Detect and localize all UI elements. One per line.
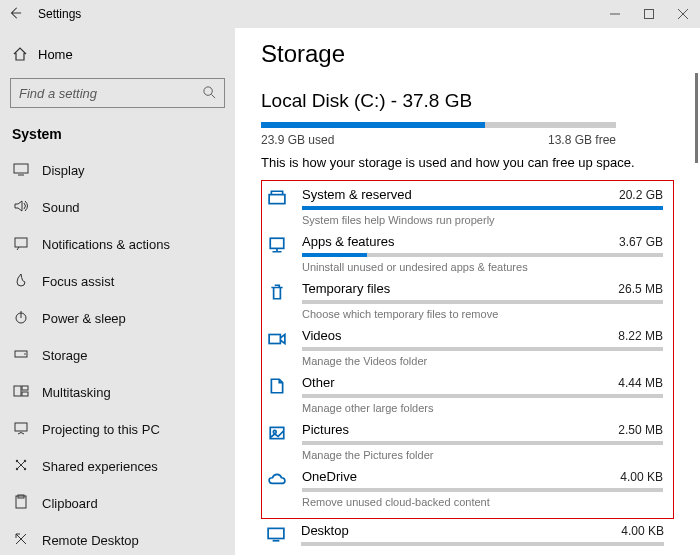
back-button[interactable] [0,6,30,23]
scrollbar[interactable] [695,73,698,163]
nav-label: Display [42,163,85,178]
category-desc: Manage the Videos folder [302,355,663,367]
svg-rect-18 [270,238,284,248]
nav-display[interactable]: Display [0,152,235,189]
category-size: 4.00 KB [621,524,664,538]
category-bar [302,347,663,351]
category-row[interactable]: Videos8.22 MBManage the Videos folder [268,328,663,367]
category-name: Temporary files [302,281,390,296]
category-bar [302,206,663,210]
nav-label: Storage [42,348,88,363]
category-name: Other [302,375,335,390]
nav-shared-experiences[interactable]: Shared experiences [0,448,235,485]
svg-point-1 [204,87,212,95]
category-icon [268,187,290,210]
category-bar [302,300,663,304]
category-bar [301,542,664,546]
category-name: Desktop [301,523,349,538]
shared-experiences-icon [12,457,30,476]
category-size: 20.2 GB [619,188,663,202]
category-size: 3.67 GB [619,235,663,249]
home-label: Home [38,47,73,62]
nav-label: Sound [42,200,80,215]
svg-point-21 [273,430,276,433]
category-bar [302,253,663,257]
search-wrap [10,78,225,108]
storage-icon [12,346,30,365]
category-desc: Manage the Pictures folder [302,449,663,461]
category-name: System & reserved [302,187,412,202]
nav-projecting[interactable]: Projecting to this PC [0,411,235,448]
nav-remote-desktop[interactable]: Remote Desktop [0,522,235,555]
svg-rect-10 [15,423,27,431]
nav-label: Projecting to this PC [42,422,160,437]
sidebar-nav: Display Sound Notifications & actions Fo… [0,152,235,555]
svg-point-6 [24,353,26,355]
nav-storage[interactable]: Storage [0,337,235,374]
nav-label: Power & sleep [42,311,126,326]
back-arrow-icon [8,6,22,20]
category-name: Videos [302,328,342,343]
home-nav[interactable]: Home [0,40,235,68]
close-button[interactable] [666,0,700,28]
category-desc: Choose which temporary files to remove [302,308,663,320]
category-row[interactable]: Apps & features3.67 GBUninstall unused o… [268,234,663,273]
nav-label: Remote Desktop [42,533,139,548]
category-name: Apps & features [302,234,395,249]
svg-rect-9 [22,392,28,396]
home-icon [12,46,28,62]
power-icon [12,309,30,328]
category-desc: Manage other large folders [302,402,663,414]
svg-rect-3 [15,238,27,247]
nav-label: Notifications & actions [42,237,170,252]
svg-rect-8 [22,386,28,390]
category-desktop[interactable]: Desktop 4.00 KB [261,523,674,550]
multitasking-icon [12,383,30,402]
category-desc: System files help Windows run properly [302,214,663,226]
desktop-icon [267,523,289,546]
svg-rect-2 [14,164,28,173]
category-row[interactable]: Other4.44 MBManage other large folders [268,375,663,414]
category-icon [268,234,290,257]
category-row[interactable]: OneDrive4.00 KBRemove unused cloud-backe… [268,469,663,508]
category-icon [268,328,290,351]
disk-description: This is how your storage is used and how… [261,155,674,170]
nav-sound[interactable]: Sound [0,189,235,226]
nav-multitasking[interactable]: Multitasking [0,374,235,411]
nav-power-sleep[interactable]: Power & sleep [0,300,235,337]
svg-rect-19 [269,335,280,344]
nav-label: Clipboard [42,496,98,511]
minimize-button[interactable] [598,0,632,28]
category-row[interactable]: Pictures2.50 MBManage the Pictures folde… [268,422,663,461]
nav-label: Focus assist [42,274,114,289]
sidebar-section-heading: System [0,122,235,152]
category-size: 2.50 MB [618,423,663,437]
minimize-icon [610,9,620,19]
category-size: 8.22 MB [618,329,663,343]
category-name: Pictures [302,422,349,437]
category-icon [268,281,290,304]
category-bar [302,488,663,492]
category-row[interactable]: Temporary files26.5 MBChoose which tempo… [268,281,663,320]
svg-rect-7 [14,386,21,396]
svg-rect-22 [268,528,284,538]
maximize-button[interactable] [632,0,666,28]
category-row[interactable]: System & reserved20.2 GBSystem files hel… [268,187,663,226]
nav-notifications[interactable]: Notifications & actions [0,226,235,263]
disk-usage-fill [261,122,485,128]
category-icon [268,422,290,445]
sidebar: Home System Display Sound Notifications … [0,28,235,555]
search-input[interactable] [10,78,225,108]
page-title: Storage [261,40,674,68]
content-pane: Storage Local Disk (C:) - 37.8 GB 23.9 G… [235,28,700,555]
nav-focus-assist[interactable]: Focus assist [0,263,235,300]
category-desc: Remove unused cloud-backed content [302,496,663,508]
display-icon [12,161,30,180]
nav-clipboard[interactable]: Clipboard [0,485,235,522]
disk-free-label: 13.8 GB free [548,133,616,147]
category-size: 4.44 MB [618,376,663,390]
category-bar [302,394,663,398]
disk-stats: 23.9 GB used 13.8 GB free [261,133,616,147]
category-icon [268,469,290,492]
window-title: Settings [38,7,81,21]
